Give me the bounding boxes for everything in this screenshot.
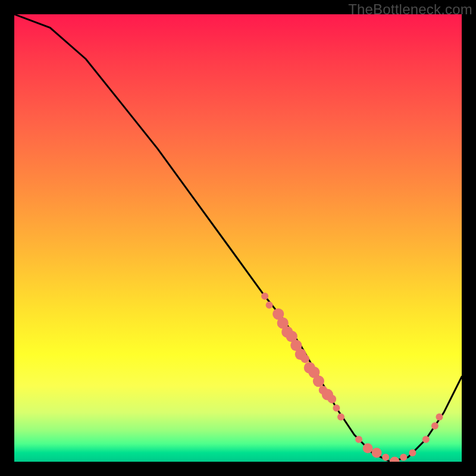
curve-marker: [295, 349, 306, 360]
curve-marker: [322, 389, 333, 400]
curve-marker: [266, 302, 273, 309]
curve-marker: [400, 454, 407, 461]
curve-marker: [337, 414, 345, 421]
watermark-text: TheBottleneck.com: [348, 1, 472, 18]
curve-marker: [372, 448, 382, 458]
curve-marker: [261, 293, 268, 300]
curve-marker: [286, 331, 298, 342]
curve-marker: [308, 367, 320, 378]
curve-marker: [422, 436, 430, 443]
curve-marker: [277, 317, 289, 328]
curve-marker: [409, 449, 416, 456]
curve-marker: [328, 395, 336, 403]
curve-marker: [355, 436, 362, 443]
curve-marker: [301, 355, 309, 363]
chart-canvas: [14, 14, 462, 462]
curve-markers: [261, 293, 443, 462]
curve-marker: [363, 443, 373, 453]
curve-marker: [431, 422, 439, 430]
curve-marker: [281, 326, 293, 337]
curve-marker: [313, 375, 324, 387]
curve-marker: [290, 340, 302, 351]
curve-marker: [333, 405, 340, 412]
chart-svg: [14, 14, 462, 462]
bottleneck-curve: [14, 14, 462, 462]
curve-marker: [390, 457, 400, 462]
curve-marker: [382, 454, 389, 461]
curve-marker: [319, 386, 327, 394]
curve-marker: [304, 362, 315, 374]
curve-marker: [436, 414, 443, 421]
curve-marker: [273, 308, 284, 320]
